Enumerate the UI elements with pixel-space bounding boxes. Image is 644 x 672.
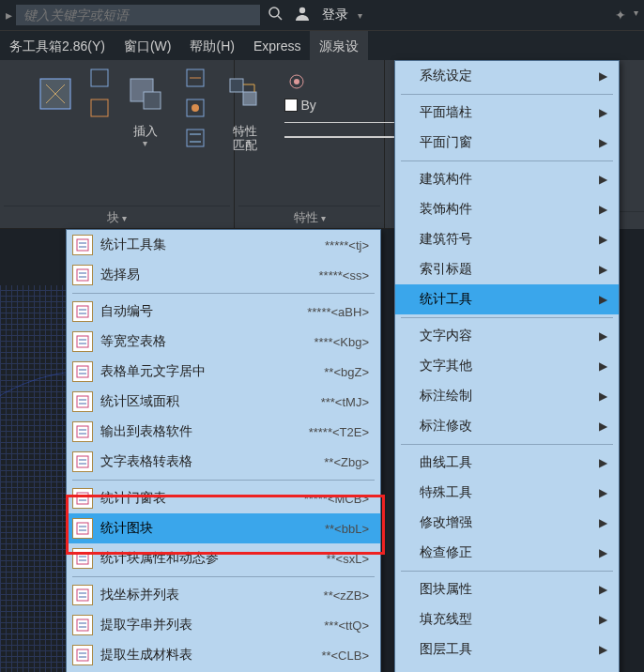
ribbon-panel-block: 插入 ▾ 块▾ — [0, 60, 235, 228]
chevron-right-icon: ▶ — [599, 456, 607, 469]
menu-item-label: 标注修改 — [420, 418, 472, 435]
menu-window[interactable]: 窗口(W) — [115, 31, 181, 61]
submenu-item[interactable]: 统计区域面积***<tMJ> — [67, 387, 380, 417]
login-button[interactable]: 登录 — [318, 7, 352, 23]
chevron-right-icon: ▶ — [599, 106, 607, 119]
menu-item[interactable]: 索引标题▶ — [395, 254, 619, 284]
tool-icon-b[interactable] — [87, 96, 112, 120]
submenu-item[interactable]: 统计门窗表*****<MCB> — [67, 483, 380, 513]
menubar: 务工具箱2.86(Y) 窗口(W) 帮助(H) Express 源泉设 — [0, 30, 644, 60]
submenu-label: 统计工具集 — [100, 237, 325, 253]
submenu-item[interactable]: 提取生成材料表**<CLB> — [67, 640, 380, 670]
tool-icon-a[interactable] — [87, 66, 112, 90]
submenu-item[interactable]: 统计图块**<bbL> — [67, 513, 380, 543]
menu-item[interactable]: 视口布局▶ — [395, 664, 619, 672]
svg-rect-44 — [77, 456, 88, 467]
svg-rect-4 — [91, 69, 108, 86]
color-picker[interactable] — [284, 69, 309, 94]
menu-yuanquan[interactable]: 源泉设 — [310, 31, 368, 61]
block-preview-icon[interactable] — [33, 71, 78, 116]
swatch-icon — [284, 99, 298, 112]
svg-point-2 — [299, 8, 305, 13]
submenu-item[interactable]: 找坐标并列表**<zZB> — [67, 580, 380, 610]
caret-icon[interactable]: ▸ — [6, 8, 12, 23]
command-icon — [72, 361, 93, 382]
chevron-right-icon: ▶ — [599, 136, 607, 149]
insert-arrow-icon[interactable]: ▾ — [143, 138, 147, 148]
submenu-item[interactable]: 输出到表格软件*****<T2E> — [67, 417, 380, 447]
menu-item[interactable]: 特殊工具▶ — [395, 478, 619, 508]
insert-icon[interactable] — [123, 71, 168, 116]
menu-item[interactable]: 曲线工具▶ — [395, 448, 619, 478]
command-icon — [72, 488, 93, 509]
submenu-item[interactable]: 统计块属性和动态参**<sxL> — [67, 543, 380, 573]
submenu-code: **<sxL> — [326, 552, 369, 566]
chevron-right-icon: ▶ — [599, 486, 607, 499]
matchprop-icon[interactable] — [222, 71, 268, 116]
submenu-item[interactable]: 自动编号*****<aBH> — [67, 297, 380, 327]
dropdown-mainmenu: 系统设定▶平面墙柱▶平面门窗▶建筑构件▶装饰构件▶建筑符号▶索引标题▶统计工具▶… — [394, 60, 620, 672]
menu-item-label: 特殊工具 — [420, 484, 472, 501]
user-icon[interactable] — [290, 5, 314, 25]
menu-item[interactable]: 图块属性▶ — [395, 574, 619, 604]
svg-rect-16 — [243, 92, 256, 105]
menu-item[interactable]: 图层工具▶ — [395, 634, 619, 664]
menu-item-label: 文字其他 — [420, 358, 472, 374]
submenu-code: **<zZB> — [324, 588, 369, 603]
submenu-item[interactable]: 统计工具集*****<tj> — [67, 230, 380, 260]
menu-help[interactable]: 帮助(H) — [180, 31, 243, 61]
submenu-item[interactable]: 提取字串并列表***<ttQ> — [67, 610, 380, 640]
menu-item[interactable]: 标注修改▶ — [395, 411, 619, 441]
menu-item-label: 建筑构件 — [420, 171, 472, 188]
chevron-right-icon: ▶ — [599, 173, 607, 186]
panel-title-block[interactable]: 块▾ — [4, 206, 230, 228]
svg-rect-23 — [77, 239, 88, 251]
menu-item[interactable]: 修改增强▶ — [395, 508, 619, 538]
panel-title-properties[interactable]: 特性▾ — [238, 206, 380, 228]
menu-item-label: 图层工具 — [420, 641, 472, 658]
menu-item[interactable]: 装饰构件▶ — [395, 194, 619, 224]
menu-item[interactable]: 统计工具▶ — [395, 284, 619, 314]
search-icon[interactable] — [264, 6, 286, 24]
submenu-item[interactable]: 文字表格转表格**<Zbg> — [67, 447, 380, 477]
submenu-label: 统计区域面积 — [100, 393, 321, 410]
svg-rect-47 — [77, 493, 88, 504]
menu-item[interactable]: 平面墙柱▶ — [395, 98, 619, 128]
menu-item[interactable]: 文字内容▶ — [395, 321, 619, 351]
dropdown-icon[interactable]: ▾ — [358, 10, 362, 21]
svg-rect-50 — [77, 523, 88, 534]
svg-rect-35 — [77, 366, 88, 377]
svg-rect-53 — [77, 553, 88, 564]
menu-item[interactable]: 标注绘制▶ — [395, 381, 619, 411]
share-icon[interactable]: ✦ — [615, 8, 626, 23]
lineweight-picker[interactable] — [284, 131, 397, 143]
edit-inplace-icon[interactable] — [183, 96, 207, 120]
menu-item[interactable]: 建筑构件▶ — [395, 164, 619, 194]
drop-icon[interactable]: ▾ — [634, 8, 638, 23]
svg-rect-15 — [230, 79, 243, 92]
menu-item[interactable]: 检查修正▶ — [395, 538, 619, 568]
menu-toolbox[interactable]: 务工具箱2.86(Y) — [0, 31, 115, 61]
linetype-picker[interactable] — [284, 116, 397, 128]
menu-item[interactable]: 文字其他▶ — [395, 351, 619, 381]
chevron-right-icon: ▶ — [599, 329, 607, 343]
submenu-item[interactable]: 等宽空表格****<Kbg> — [67, 327, 380, 357]
layer-picker[interactable]: By — [284, 98, 316, 113]
search-input[interactable] — [16, 5, 260, 25]
submenu-item[interactable]: 表格单元文字居中**<bgZ> — [67, 357, 380, 387]
command-icon — [72, 301, 93, 322]
submenu-item[interactable]: 选择易*****<ss> — [67, 260, 380, 290]
edit-attr-icon[interactable] — [183, 126, 207, 150]
menu-item[interactable]: 填充线型▶ — [395, 604, 619, 634]
menu-item[interactable]: 系统设定▶ — [395, 61, 619, 91]
menu-item[interactable]: 平面门窗▶ — [395, 128, 619, 158]
menu-item[interactable]: 建筑符号▶ — [395, 224, 619, 254]
submenu-code: ****<Kbg> — [314, 335, 369, 349]
submenu-code: **<Zbg> — [324, 455, 369, 469]
command-icon — [72, 235, 93, 255]
edit-block-icon[interactable] — [183, 66, 207, 90]
submenu-label: 文字表格转表格 — [100, 453, 324, 470]
menu-express[interactable]: Express — [244, 31, 311, 61]
command-icon — [72, 451, 93, 472]
svg-rect-41 — [77, 426, 88, 437]
